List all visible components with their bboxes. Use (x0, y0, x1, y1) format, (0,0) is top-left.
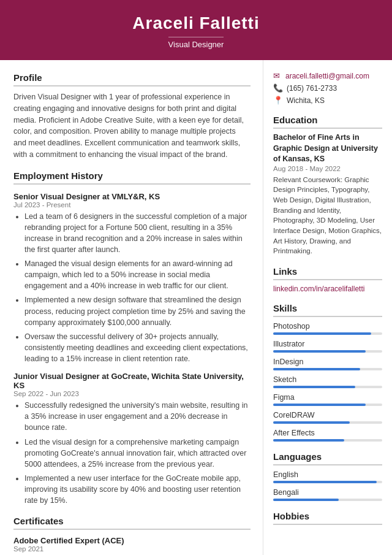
skill-name: After Effects (273, 429, 382, 437)
skill-illustrator: Illustrator (273, 340, 382, 353)
email-icon: ✉ (273, 71, 282, 80)
linkedin-link[interactable]: linkedin.com/in/aracelifalletti (273, 285, 364, 293)
job-bullets-2: Successfully redesigned the university's… (13, 400, 251, 506)
bullet: Managed the visual design elements for a… (24, 258, 251, 291)
skill-bar-fill (273, 404, 366, 406)
link-item-1: linkedin.com/in/aracelifalletti (273, 284, 382, 293)
skill-bar-fill (273, 368, 360, 370)
cert-name-1: Adobe Certified Expert (ACE) (13, 536, 251, 545)
lang-name: Bengali (273, 488, 382, 497)
job-bullets-1: Led a team of 6 designers in the success… (13, 211, 251, 365)
skill-bar-fill (273, 350, 366, 353)
skill-bar-bg (273, 404, 382, 406)
links-section-title: Links (273, 266, 382, 280)
skill-name: InDesign (273, 358, 382, 366)
hobbies-section-title: Hobbies (273, 511, 382, 525)
job-date-2: Sep 2022 - Jun 2023 (13, 390, 251, 397)
right-column: ✉ araceli.falletti@gmail.com 📞 (165) 761… (263, 60, 392, 555)
bullet: Implemented a new design software that s… (24, 294, 251, 327)
contact-location: 📍 Wichita, KS (273, 96, 382, 105)
skill-name: Photoshop (273, 322, 382, 331)
skill-name: Figma (273, 393, 382, 402)
job-title-2: Junior Visual Designer at GoCreate, Wich… (13, 372, 251, 390)
education-section-title: Education (273, 115, 382, 129)
bullet: Led the visual design for a comprehensiv… (24, 437, 251, 470)
job-item-2: Junior Visual Designer at GoCreate, Wich… (13, 372, 251, 506)
skill-coreldraw: CorelDRAW (273, 411, 382, 424)
skill-name: CorelDRAW (273, 411, 382, 419)
lang-bar-fill (273, 481, 377, 483)
main-layout: Profile Driven Visual Designer with 1 ye… (0, 60, 392, 555)
skills-section-title: Skills (273, 303, 382, 317)
skill-bar-fill (273, 439, 344, 442)
skill-figma: Figma (273, 393, 382, 406)
bullet: Successfully redesigned the university's… (24, 400, 251, 433)
job-date-1: Jul 2023 - Present (13, 201, 251, 209)
header-subtitle: Visual Designer (168, 37, 224, 49)
contact-phone: 📞 (165) 761-2733 (273, 83, 382, 93)
skill-bar-bg (273, 332, 382, 335)
skill-bar-fill (273, 386, 355, 388)
header-name: Araceli Falletti (12, 13, 380, 33)
cert-item-1: Adobe Certified Expert (ACE) Sep 2021 (13, 536, 251, 553)
contact-section: ✉ araceli.falletti@gmail.com 📞 (165) 761… (273, 71, 382, 105)
skill-bar-bg (273, 386, 382, 388)
skill-name: Sketch (273, 375, 382, 384)
skill-bar-bg (273, 350, 382, 353)
edu-coursework: Relevant Coursework: Graphic Design Prin… (273, 175, 382, 256)
certificates-section-title: Certificates (13, 516, 251, 530)
coursework-label: Relevant Coursework: (273, 176, 342, 183)
languages-section-title: Languages (273, 451, 382, 465)
cert-date-1: Sep 2021 (13, 545, 251, 553)
profile-section-title: Profile (13, 72, 251, 86)
location-text: Wichita, KS (287, 96, 325, 105)
bullet: Implemented a new user interface for the… (24, 473, 251, 506)
bullet: Led a team of 6 designers in the success… (24, 211, 251, 256)
skill-bar-bg (273, 439, 382, 442)
skill-sketch: Sketch (273, 375, 382, 388)
page-header: Araceli Falletti Visual Designer (0, 0, 392, 60)
coursework-text: Graphic Design Principles, Typography, W… (273, 176, 382, 255)
skill-bar-bg (273, 368, 382, 370)
edu-degree: Bachelor of Fine Arts in Graphic Design … (273, 132, 382, 165)
contact-email: ✉ araceli.falletti@gmail.com (273, 71, 382, 80)
phone-icon: 📞 (273, 83, 283, 93)
profile-text: Driven Visual Designer with 1 year of pr… (13, 91, 251, 161)
lang-english: English (273, 470, 382, 483)
skill-name: Illustrator (273, 340, 382, 348)
lang-bar-fill (273, 499, 339, 501)
lang-bar-bg (273, 499, 382, 501)
lang-bengali: Bengali (273, 488, 382, 501)
skill-aftereffects: After Effects (273, 429, 382, 442)
skill-photoshop: Photoshop (273, 322, 382, 335)
skill-bar-fill (273, 421, 350, 424)
skill-indesign: InDesign (273, 358, 382, 370)
phone-text: (165) 761-2733 (287, 84, 337, 93)
location-icon: 📍 (273, 96, 283, 105)
job-item-1: Senior Visual Designer at VMLY&R, KS Jul… (13, 192, 251, 365)
edu-date: Aug 2018 - May 2022 (273, 165, 382, 172)
lang-bar-bg (273, 481, 382, 483)
job-title-1: Senior Visual Designer at VMLY&R, KS (13, 192, 251, 201)
skill-bar-bg (273, 421, 382, 424)
lang-name: English (273, 470, 382, 479)
employment-section-title: Employment History (13, 170, 251, 185)
email-link[interactable]: araceli.falletti@gmail.com (285, 72, 369, 80)
left-column: Profile Driven Visual Designer with 1 ye… (0, 60, 263, 555)
skill-bar-fill (273, 332, 371, 335)
bullet: Oversaw the successful delivery of 30+ p… (24, 331, 251, 364)
